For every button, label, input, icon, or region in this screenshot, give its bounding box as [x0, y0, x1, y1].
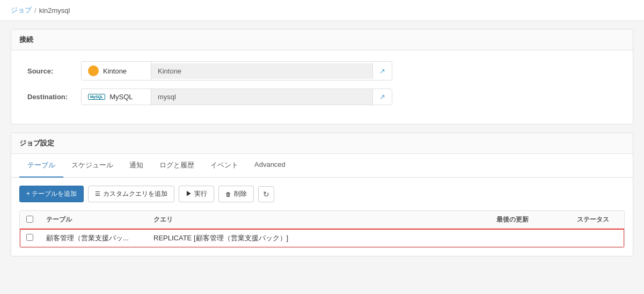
data-table: テーブル クエリ 最後の更新 ステータス 顧客管理（営業支援パッ... REPL… — [20, 211, 624, 247]
destination-type-badge: MySQL MySQL — [82, 89, 151, 105]
tab-table[interactable]: テーブル — [19, 154, 63, 178]
row-checkbox-cell — [20, 229, 40, 248]
source-row: Source: Kintone Kintone ↗ — [27, 61, 617, 80]
table-header-row: テーブル クエリ 最後の更新 ステータス — [20, 211, 624, 229]
tabs-bar: テーブル スケジュール 通知 ログと履歴 イベント Advanced — [11, 154, 633, 178]
job-settings-section: ジョブ設定 テーブル スケジュール 通知 ログと履歴 イベント Advanced… — [11, 133, 633, 256]
custom-query-label: カスタムクエリを追加 — [103, 189, 167, 199]
row-status — [570, 229, 624, 248]
custom-query-icon: ☰ — [95, 190, 100, 197]
refresh-button[interactable]: ↻ — [258, 186, 274, 202]
trash-icon: 🗑 — [225, 191, 231, 197]
tab-notify[interactable]: 通知 — [121, 154, 151, 178]
tab-schedule[interactable]: スケジュール — [63, 154, 121, 178]
job-settings-title: ジョブ設定 — [11, 133, 633, 154]
mysql-icon: MySQL — [88, 94, 105, 100]
source-type-label: Kintone — [103, 67, 127, 75]
connection-section: 接続 Source: Kintone Kintone ↗ Destination… — [11, 29, 633, 124]
row-checkbox[interactable] — [26, 234, 33, 241]
table-toolbar: + テーブルを追加 ☰ カスタムクエリを追加 ▶ 実行 🗑 削除 ↻ — [19, 186, 625, 202]
data-table-wrapper: テーブル クエリ 最後の更新 ステータス 顧客管理（営業支援パッ... REPL… — [19, 210, 625, 248]
destination-name: mysql — [151, 89, 372, 105]
kintone-icon — [88, 65, 99, 76]
destination-type-label: MySQL — [109, 93, 133, 101]
source-label: Source: — [27, 67, 81, 75]
destination-external-link[interactable]: ↗ — [372, 89, 392, 105]
add-table-button[interactable]: + テーブルを追加 — [19, 186, 84, 202]
row-last-updated — [490, 229, 570, 248]
tab-advanced[interactable]: Advanced — [246, 154, 294, 178]
tab-log[interactable]: ログと履歴 — [151, 154, 202, 178]
destination-connection: MySQL MySQL mysql ↗ — [81, 89, 392, 105]
row-query: REPLICATE [顧客管理（営業支援パック）] — [147, 229, 490, 248]
tab-content-table: + テーブルを追加 ☰ カスタムクエリを追加 ▶ 実行 🗑 削除 ↻ — [11, 178, 633, 256]
source-name: Kintone — [151, 63, 372, 79]
source-type-badge: Kintone — [82, 62, 151, 80]
breadcrumb-current: kin2mysql — [39, 6, 70, 14]
delete-button[interactable]: 🗑 削除 — [218, 186, 254, 202]
delete-label: 削除 — [234, 189, 247, 199]
header-query-col: クエリ — [147, 211, 490, 229]
select-all-checkbox[interactable] — [26, 216, 33, 223]
row-table-name: 顧客管理（営業支援パッ... — [40, 229, 147, 248]
destination-label: Destination: — [27, 93, 81, 101]
breadcrumb: ジョブ / kin2mysql — [0, 0, 644, 21]
header-updated-col: 最後の更新 — [490, 211, 570, 229]
tab-event[interactable]: イベント — [202, 154, 246, 178]
header-checkbox-col — [20, 211, 40, 229]
header-table-col: テーブル — [40, 211, 147, 229]
run-button[interactable]: ▶ 実行 — [179, 186, 214, 202]
breadcrumb-parent[interactable]: ジョブ — [11, 5, 32, 15]
connection-section-title: 接続 — [11, 30, 633, 50]
breadcrumb-separator: / — [34, 6, 36, 14]
table-row: 顧客管理（営業支援パッ... REPLICATE [顧客管理（営業支援パック）] — [20, 229, 624, 248]
source-connection: Kintone Kintone ↗ — [81, 61, 392, 80]
source-external-link[interactable]: ↗ — [372, 63, 392, 79]
header-status-col: ステータス — [570, 211, 624, 229]
add-custom-query-button[interactable]: ☰ カスタムクエリを追加 — [88, 186, 174, 202]
destination-row: Destination: MySQL MySQL mysql ↗ — [27, 89, 617, 105]
